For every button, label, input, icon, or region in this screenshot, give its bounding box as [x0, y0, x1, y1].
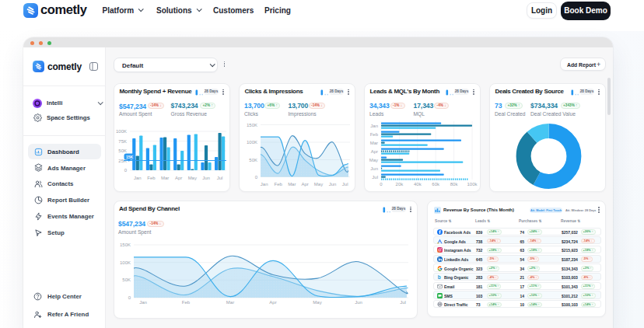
svg-text:Jun: Jun: [202, 176, 210, 180]
svg-text:100k: 100k: [467, 182, 478, 187]
svg-text:Jun: Jun: [329, 182, 337, 187]
svg-text:50K: 50K: [249, 158, 257, 162]
svg-text:50K: 50K: [122, 277, 131, 282]
svg-text:0: 0: [124, 168, 128, 173]
svg-text:Feb: Feb: [182, 300, 191, 305]
svg-text:Jan: Jan: [261, 182, 268, 187]
svg-text:0: 0: [255, 175, 258, 180]
svg-text:100K: 100K: [120, 260, 131, 265]
svg-text:May: May: [313, 300, 321, 305]
svg-text:Jan: Jan: [139, 300, 147, 305]
svg-text:15K: 15K: [126, 155, 134, 159]
svg-text:Feb: Feb: [370, 132, 379, 137]
svg-text:Apr: Apr: [371, 149, 378, 154]
svg-text:Jul: Jul: [217, 176, 223, 180]
svg-text:150K: 150K: [247, 123, 257, 127]
svg-text:Mar: Mar: [226, 300, 234, 305]
svg-text:50K: 50K: [118, 148, 127, 153]
svg-text:Jul: Jul: [342, 182, 348, 187]
svg-text:75K: 75K: [118, 139, 127, 144]
svg-text:May: May: [314, 182, 323, 187]
svg-text:40k: 40k: [414, 182, 422, 187]
svg-text:Jan: Jan: [134, 176, 142, 180]
svg-text:Apr: Apr: [175, 176, 182, 180]
svg-text:Jun: Jun: [370, 166, 378, 171]
svg-text:0: 0: [128, 295, 131, 300]
svg-text:Mar: Mar: [161, 176, 169, 180]
svg-text:Jan: Jan: [370, 124, 378, 128]
svg-text:150K: 150K: [120, 243, 131, 247]
svg-text:20k: 20k: [396, 182, 404, 187]
svg-text:80k: 80k: [450, 182, 459, 187]
svg-text:Apr: Apr: [302, 182, 309, 187]
svg-text:Feb: Feb: [147, 176, 156, 180]
svg-text:Jun: Jun: [355, 300, 362, 305]
svg-text:100K: 100K: [247, 140, 257, 145]
svg-text:b: b: [438, 274, 441, 280]
svg-text:Feb: Feb: [275, 182, 283, 187]
svg-text:Jul: Jul: [372, 175, 378, 180]
svg-text:60k: 60k: [432, 182, 440, 187]
svg-text:0: 0: [380, 182, 383, 187]
svg-text:Apr: Apr: [269, 300, 276, 305]
svg-text:Jul: Jul: [400, 300, 406, 305]
svg-text:May: May: [188, 176, 197, 180]
svg-text:Mar: Mar: [370, 141, 378, 145]
svg-text:100K: 100K: [116, 129, 127, 134]
svg-text:May: May: [369, 158, 378, 162]
svg-text:Mar: Mar: [288, 182, 296, 187]
